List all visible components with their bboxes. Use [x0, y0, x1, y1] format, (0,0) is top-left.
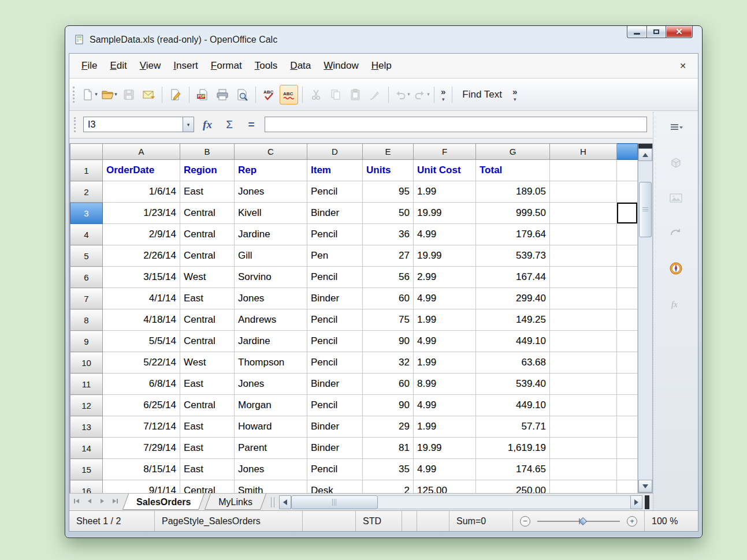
cell[interactable]: Pencil	[307, 459, 363, 480]
toolbar-grip[interactable]	[73, 87, 77, 103]
cell[interactable]: Binder	[307, 438, 363, 459]
cell[interactable]: Binder	[307, 203, 363, 224]
cell[interactable]: Rep	[235, 160, 307, 181]
cell[interactable]	[617, 181, 638, 203]
scroll-down-button[interactable]	[638, 480, 652, 492]
undo-button[interactable]: ▾	[393, 85, 411, 104]
cell[interactable]	[617, 395, 638, 416]
row-header-9[interactable]: 9	[70, 331, 103, 352]
cell[interactable]	[550, 309, 617, 331]
row-header-8[interactable]: 8	[70, 309, 103, 331]
cell[interactable]	[550, 459, 617, 480]
row-header-6[interactable]: 6	[70, 267, 103, 288]
cell[interactable]	[617, 480, 638, 494]
column-header-f[interactable]: F	[414, 144, 476, 160]
cell[interactable]: Binder	[307, 288, 363, 309]
cell[interactable]: Pencil	[307, 224, 363, 245]
cell[interactable]: Central	[180, 480, 235, 494]
edit-file-button[interactable]	[166, 85, 185, 104]
cell[interactable]: 999.50	[476, 203, 550, 224]
sheet-indicator[interactable]: Sheet 1 / 2	[69, 511, 155, 531]
close-button[interactable]: ✕	[666, 26, 693, 38]
cell[interactable]: Pencil	[307, 395, 363, 416]
cell[interactable]: 1.99	[414, 309, 476, 331]
cell[interactable]	[550, 480, 617, 494]
cell[interactable]: Thompson	[235, 352, 307, 374]
email-document-button[interactable]	[139, 85, 158, 104]
first-sheet-button[interactable]	[70, 495, 83, 509]
cell[interactable]: Unit Cost	[414, 160, 476, 181]
menu-item-window[interactable]: Window	[317, 57, 365, 74]
cell[interactable]: Binder	[307, 374, 363, 395]
menu-item-data[interactable]: Data	[284, 57, 317, 74]
cell[interactable]: 449.10	[476, 331, 550, 352]
menu-item-insert[interactable]: Insert	[167, 57, 205, 74]
cell[interactable]: Howard	[235, 416, 307, 438]
cell[interactable]: 8.99	[414, 374, 476, 395]
cell[interactable]: Smith	[235, 480, 307, 494]
cell[interactable]: Parent	[235, 438, 307, 459]
sheet-tab-salesorders[interactable]: SalesOrders	[122, 494, 205, 510]
scrollbar-track[interactable]	[638, 237, 652, 480]
row-header-15[interactable]: 15	[70, 459, 103, 480]
column-header-d[interactable]: D	[307, 144, 363, 160]
close-document-button[interactable]: ✕	[674, 61, 692, 70]
row-header-13[interactable]: 13	[70, 416, 103, 438]
cell[interactable]	[617, 416, 638, 438]
cell[interactable]: Pencil	[307, 309, 363, 331]
cell[interactable]: Central	[180, 224, 235, 245]
cell[interactable]	[617, 224, 638, 245]
refresh-button[interactable]	[666, 225, 686, 244]
cell-cursor[interactable]	[617, 203, 638, 224]
cell[interactable]: Region	[180, 160, 235, 181]
cell[interactable]: 19.99	[414, 203, 476, 224]
cell[interactable]: 63.68	[476, 352, 550, 374]
scroll-right-button[interactable]	[630, 495, 642, 509]
redo-button[interactable]: ▾	[412, 85, 431, 104]
cell[interactable]: Units	[363, 160, 414, 181]
row-header-14[interactable]: 14	[70, 438, 103, 459]
minimize-button[interactable]	[627, 26, 646, 38]
cell[interactable]	[617, 288, 638, 309]
cell[interactable]: 6/25/14	[103, 395, 180, 416]
cell[interactable]: Central	[180, 245, 235, 267]
column-header-g[interactable]: G	[476, 144, 550, 160]
scrollbar-track[interactable]	[638, 161, 652, 182]
cell[interactable]: 7/29/14	[103, 438, 180, 459]
formula-button[interactable]: =	[243, 118, 260, 131]
row-header-2[interactable]: 2	[70, 181, 103, 203]
scroll-left-button[interactable]	[279, 495, 291, 509]
cell[interactable]: 75	[363, 309, 414, 331]
cell[interactable]: West	[180, 267, 235, 288]
function-wizard-button[interactable]: fx	[199, 118, 216, 131]
cell[interactable]: East	[180, 181, 235, 203]
scrollbar-thumb[interactable]	[639, 182, 652, 237]
next-sheet-button[interactable]	[96, 495, 109, 509]
row-header-4[interactable]: 4	[70, 224, 103, 245]
cell[interactable]	[550, 331, 617, 352]
copy-button[interactable]	[326, 85, 345, 104]
cell[interactable]: 2/9/14	[103, 224, 180, 245]
row-header-7[interactable]: 7	[70, 288, 103, 309]
zoom-track[interactable]	[537, 521, 620, 522]
cell[interactable]: 2.99	[414, 267, 476, 288]
row-header-16[interactable]: 16	[70, 480, 103, 494]
spellcheck-button[interactable]: ABC	[260, 85, 278, 104]
cell[interactable]: East	[180, 438, 235, 459]
cell[interactable]: Jones	[235, 459, 307, 480]
sum-button[interactable]: Σ	[221, 118, 238, 131]
cell[interactable]: Pencil	[307, 331, 363, 352]
cell[interactable]: East	[180, 459, 235, 480]
cell[interactable]: 189.05	[476, 181, 550, 203]
cell[interactable]	[617, 352, 638, 374]
cell[interactable]: Jones	[235, 374, 307, 395]
cell[interactable]	[550, 245, 617, 267]
cell[interactable]: 3/15/14	[103, 267, 180, 288]
cell[interactable]: 56	[363, 267, 414, 288]
cell[interactable]	[550, 288, 617, 309]
cell[interactable]: 2/26/14	[103, 245, 180, 267]
cell[interactable]: 1/23/14	[103, 203, 180, 224]
cell[interactable]: 299.40	[476, 288, 550, 309]
menu-item-view[interactable]: View	[133, 57, 168, 74]
cell[interactable]: 1.99	[414, 181, 476, 203]
